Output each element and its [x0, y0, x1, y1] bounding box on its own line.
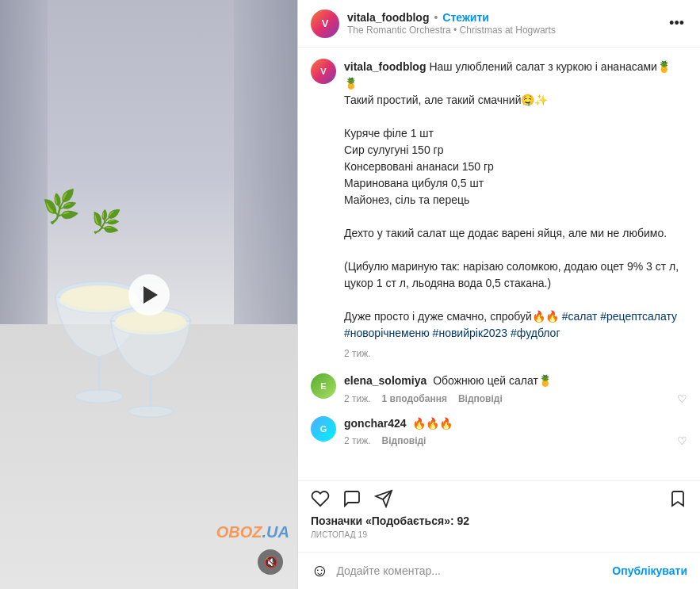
post-header: V vitala_foodblog • Стежити The Romantic…	[298, 0, 700, 48]
publish-button[interactable]: Опублікувати	[612, 564, 687, 577]
commenter-username-2[interactable]: gonchar424	[344, 417, 407, 430]
post-date: ЛИСТОПАД 19	[311, 530, 687, 539]
mute-button[interactable]: 🔇	[258, 549, 283, 575]
comment-item-2: G gonchar424 🔥🔥🔥 2 тиж. Відповіді ♡	[311, 416, 687, 448]
mute-icon: 🔇	[264, 556, 277, 568]
comment-content-2: 🔥🔥🔥	[412, 417, 453, 430]
comment-reply-1[interactable]: Відповіді	[458, 393, 503, 404]
header-info: vitala_foodblog • Стежити The Romantic O…	[347, 11, 658, 36]
bookmark-button[interactable]	[668, 489, 687, 508]
herb-decoration-left: 🌿	[41, 188, 82, 227]
comment-body-1: elena_solomiya Обожнюю цей салат🍍 2 тиж.…	[344, 373, 687, 405]
comment-button[interactable]	[342, 489, 361, 508]
comment-reply-2[interactable]: Відповіді	[382, 435, 427, 446]
add-comment-bar: ☺ Опублікувати	[298, 552, 700, 589]
herb-decoration-right: 🌿	[90, 207, 122, 237]
sub-info: The Romantic Orchestra • Christmas at Ho…	[347, 25, 658, 36]
comment-like-button-1[interactable]: ♡	[677, 392, 687, 405]
emoji-button[interactable]: ☺	[311, 560, 328, 581]
follow-button[interactable]: Стежити	[442, 11, 489, 24]
like-button[interactable]	[311, 489, 330, 508]
likes-count: Позначки «Подобається»: 92	[311, 514, 687, 527]
comment-text-2: gonchar424 🔥🔥🔥	[344, 416, 687, 432]
avatar: V	[311, 10, 339, 38]
caption-time: 2 тиж.	[344, 346, 687, 361]
watermark: OBOZ.UA	[216, 523, 289, 541]
comment-time-2: 2 тиж.	[344, 435, 371, 446]
share-button[interactable]	[374, 489, 393, 508]
comment-avatar-2: G	[311, 416, 336, 442]
post-body: V vitala_foodblogНаш улюблений салат з к…	[298, 48, 700, 480]
play-button[interactable]	[128, 274, 170, 316]
caption-content: vitala_foodblogНаш улюблений салат з кур…	[344, 59, 687, 361]
play-icon	[143, 286, 158, 304]
commenter-username-1[interactable]: elena_solomiya	[344, 374, 427, 387]
content-panel: V vitala_foodblog • Стежити The Romantic…	[297, 0, 700, 589]
more-icon: •••	[669, 15, 684, 31]
actions-bar: Позначки «Подобається»: 92 ЛИСТОПАД 19	[298, 480, 700, 552]
comment-text-1: elena_solomiya Обожнюю цей салат🍍	[344, 373, 687, 389]
header-username[interactable]: vitala_foodblog	[347, 11, 429, 24]
caption-block: V vitala_foodblogНаш улюблений салат з к…	[311, 59, 687, 361]
comment-input[interactable]	[336, 564, 604, 577]
comment-content-1: Обожнюю цей салат🍍	[433, 374, 552, 387]
comment-item: E elena_solomiya Обожнюю цей салат🍍 2 ти…	[311, 373, 687, 405]
comment-like-button-2[interactable]: ♡	[677, 434, 687, 447]
more-options-button[interactable]: •••	[666, 12, 687, 35]
media-panel: 🌿 🌿 🔇 OBOZ.UA	[0, 0, 297, 589]
dot-separator: •	[434, 11, 438, 24]
svg-point-9	[128, 406, 173, 417]
comment-avatar-1: E	[311, 373, 336, 399]
comment-body-2: gonchar424 🔥🔥🔥 2 тиж. Відповіді ♡	[344, 416, 687, 448]
comment-time-1: 2 тиж.	[344, 393, 371, 404]
caption-avatar: V	[311, 59, 336, 84]
caption-username[interactable]: vitala_foodblog	[344, 60, 426, 73]
comment-likes-1: 1 вподобання	[382, 393, 447, 404]
caption-text: Наш улюблений салат з куркою і ананасами…	[344, 60, 682, 339]
